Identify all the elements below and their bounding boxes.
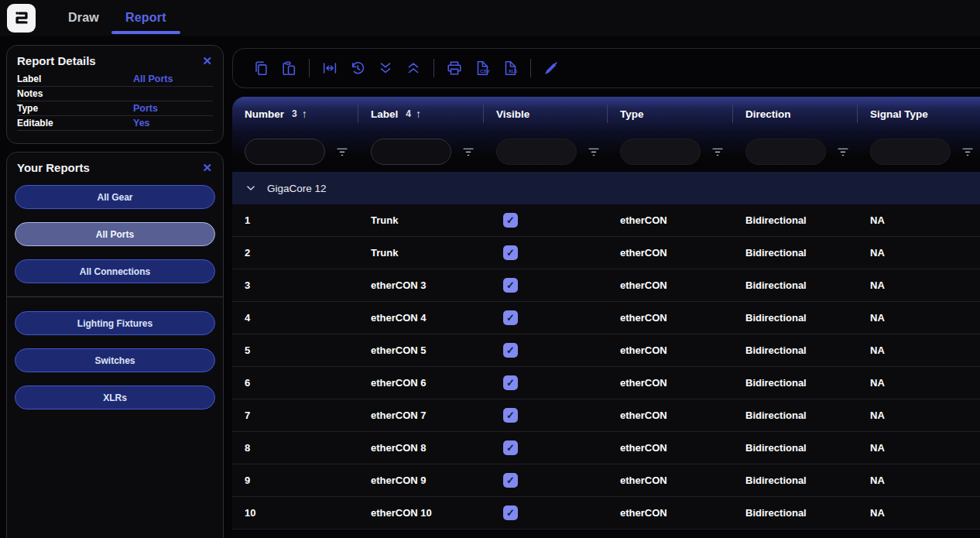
table-row[interactable]: 5 etherCON 5 ✓ etherCON Bidirectional NA bbox=[232, 334, 980, 367]
report-button[interactable]: Switches bbox=[15, 348, 215, 372]
tab-report[interactable]: Report bbox=[125, 0, 166, 36]
cell-type: etherCON bbox=[608, 367, 733, 399]
report-details-fields: Label All Ports Notes Type Ports Editabl… bbox=[7, 72, 223, 131]
close-icon[interactable]: ✕ bbox=[202, 162, 212, 173]
column-header[interactable]: Number 3 ↑ bbox=[232, 97, 358, 131]
cell-number: 4 bbox=[232, 302, 358, 334]
visible-checkbox[interactable]: ✓ bbox=[503, 245, 518, 260]
filter-input[interactable] bbox=[870, 139, 951, 165]
filter-icon[interactable] bbox=[711, 145, 725, 159]
filter-icon[interactable] bbox=[461, 145, 475, 159]
report-button[interactable]: All Connections bbox=[15, 259, 215, 283]
table-row[interactable]: 7 etherCON 7 ✓ etherCON Bidirectional NA bbox=[232, 399, 980, 432]
column-header-label: Visible bbox=[496, 108, 529, 120]
visible-checkbox[interactable]: ✓ bbox=[503, 310, 518, 325]
checkmark-icon: ✓ bbox=[506, 345, 515, 355]
app-logo-icon[interactable] bbox=[7, 4, 36, 33]
edit-toggle-icon[interactable] bbox=[543, 60, 560, 77]
table-row[interactable]: 10 etherCON 10 ✓ etherCON Bidirectional … bbox=[232, 497, 980, 529]
visible-checkbox[interactable]: ✓ bbox=[503, 440, 518, 455]
filter-input[interactable] bbox=[620, 139, 701, 165]
print-icon[interactable] bbox=[446, 60, 463, 77]
table-row[interactable]: 1 Trunk ✓ etherCON Bidirectional NA bbox=[232, 204, 980, 237]
field-value[interactable]: All Ports bbox=[133, 74, 173, 84]
column-header-label: Signal Type bbox=[870, 108, 928, 120]
filter-icon[interactable] bbox=[335, 145, 349, 159]
report-button[interactable]: XLRs bbox=[15, 386, 215, 409]
close-icon[interactable]: ✕ bbox=[202, 55, 212, 67]
header-title-row: Number 3 ↑ Label 4 ↑ bbox=[232, 97, 980, 131]
visible-checkbox[interactable]: ✓ bbox=[503, 278, 518, 293]
column-header-label: Label bbox=[371, 108, 398, 120]
filter-input[interactable] bbox=[245, 139, 325, 165]
group-row-gigacore[interactable]: GigaCore 12 bbox=[232, 172, 980, 204]
field-value[interactable]: Yes bbox=[133, 118, 150, 129]
sort-arrow-icon: ↑ bbox=[302, 108, 307, 120]
svg-text:XLS: XLS bbox=[509, 69, 518, 74]
cell-number: 8 bbox=[232, 432, 358, 464]
report-button[interactable]: All Gear bbox=[15, 185, 215, 209]
table-row[interactable]: 6 etherCON 6 ✓ etherCON Bidirectional NA bbox=[232, 367, 980, 399]
visible-checkbox[interactable]: ✓ bbox=[503, 408, 518, 423]
filter-icon[interactable] bbox=[587, 145, 601, 159]
column-header[interactable]: Direction bbox=[733, 97, 858, 131]
sort-badge[interactable]: 3 ↑ bbox=[292, 108, 307, 120]
cell-visible: ✓ bbox=[484, 432, 608, 464]
table-row[interactable]: 3 etherCON 3 ✓ etherCON Bidirectional NA bbox=[232, 269, 980, 302]
filter-input[interactable] bbox=[371, 139, 451, 165]
cell-signal-type: NA bbox=[858, 334, 980, 366]
filter-icon[interactable] bbox=[836, 145, 850, 159]
report-button[interactable]: All Ports bbox=[15, 222, 215, 246]
export-xls-icon[interactable]: XLS bbox=[502, 60, 519, 77]
paste-icon[interactable] bbox=[280, 60, 297, 77]
column-header[interactable]: Label 4 ↑ bbox=[358, 97, 484, 131]
tab-report-label: Report bbox=[125, 11, 166, 25]
cell-label: Trunk bbox=[358, 204, 484, 236]
visible-checkbox[interactable]: ✓ bbox=[503, 375, 518, 390]
cell-label: etherCON 9 bbox=[358, 464, 484, 496]
cell-type: etherCON bbox=[608, 464, 733, 496]
your-reports-title: Your Reports bbox=[17, 161, 90, 174]
main-content: CSV XLS Number bbox=[232, 36, 980, 538]
checkmark-icon: ✓ bbox=[506, 410, 515, 420]
report-button[interactable]: Lighting Fixtures bbox=[15, 311, 215, 335]
report-buttons-bottom: Lighting Fixtures Switches XLRs bbox=[7, 297, 223, 409]
table-row[interactable]: 9 etherCON 9 ✓ etherCON Bidirectional NA bbox=[232, 464, 980, 497]
table-row[interactable]: 2 Trunk ✓ etherCON Bidirectional NA bbox=[232, 237, 980, 269]
cell-label: etherCON 8 bbox=[358, 432, 484, 464]
column-header[interactable]: Signal Type bbox=[858, 97, 980, 131]
cell-label: etherCON 7 bbox=[358, 399, 484, 431]
chevron-down-icon[interactable] bbox=[245, 183, 256, 194]
checkmark-icon: ✓ bbox=[506, 215, 515, 225]
table-row[interactable]: 8 etherCON 8 ✓ etherCON Bidirectional NA bbox=[232, 432, 980, 464]
svg-text:CSV: CSV bbox=[480, 69, 489, 74]
filter-icon[interactable] bbox=[961, 145, 975, 159]
sort-arrow-icon: ↑ bbox=[416, 108, 421, 120]
cell-type: etherCON bbox=[608, 237, 733, 269]
fit-width-icon[interactable] bbox=[321, 60, 338, 77]
filter-cell bbox=[232, 131, 358, 172]
column-header[interactable]: Type bbox=[608, 97, 733, 131]
visible-checkbox[interactable]: ✓ bbox=[503, 213, 518, 228]
report-buttons-top: All Gear All Ports All Connections bbox=[7, 179, 223, 283]
field-value[interactable]: Ports bbox=[133, 103, 158, 114]
table-row[interactable]: 4 etherCON 4 ✓ etherCON Bidirectional NA bbox=[232, 302, 980, 334]
visible-checkbox[interactable]: ✓ bbox=[503, 343, 518, 358]
history-icon[interactable] bbox=[349, 60, 366, 77]
copy-icon[interactable] bbox=[252, 60, 269, 77]
filter-cell bbox=[358, 131, 484, 172]
export-csv-icon[interactable]: CSV bbox=[474, 60, 491, 77]
visible-checkbox[interactable]: ✓ bbox=[503, 473, 518, 488]
detail-field-row: Notes bbox=[17, 87, 213, 101]
expand-all-icon[interactable] bbox=[377, 60, 394, 77]
field-label: Editable bbox=[17, 118, 133, 129]
collapse-all-icon[interactable] bbox=[405, 60, 422, 77]
filter-input[interactable] bbox=[496, 139, 577, 165]
column-header[interactable]: Visible bbox=[484, 97, 608, 131]
cell-label: etherCON 3 bbox=[358, 269, 484, 301]
tab-draw[interactable]: Draw bbox=[68, 0, 99, 36]
cell-number: 1 bbox=[232, 204, 358, 236]
filter-input[interactable] bbox=[745, 139, 826, 165]
visible-checkbox[interactable]: ✓ bbox=[503, 505, 518, 520]
sort-badge[interactable]: 4 ↑ bbox=[406, 108, 421, 120]
